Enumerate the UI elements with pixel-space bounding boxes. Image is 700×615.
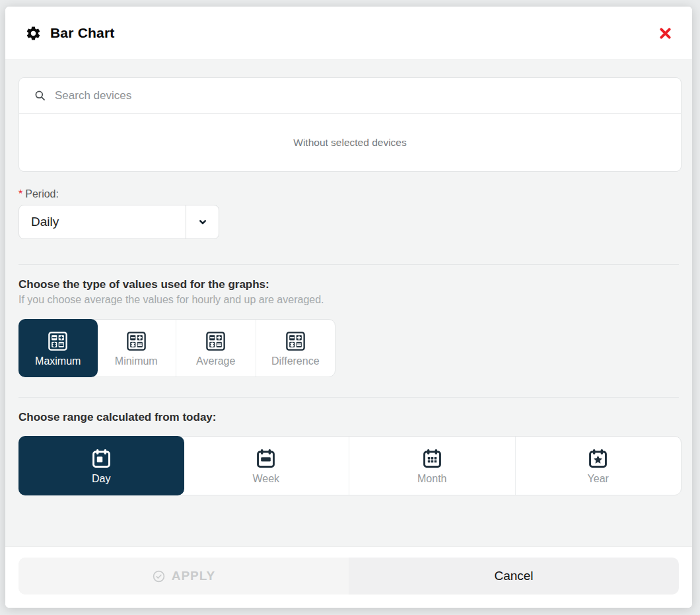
range-label: Year [588,473,609,485]
value-type-group: Maximum Minimum Average [18,319,335,377]
calculator-icon [125,330,148,353]
devices-empty-state: Without selected devices [19,114,681,171]
apply-label: APPLY [172,569,216,583]
close-button[interactable] [655,23,675,43]
section-divider [18,264,679,265]
calendar-week-icon [254,447,277,470]
dialog-header: Bar Chart [5,7,692,60]
section-divider [18,397,679,398]
cancel-button[interactable]: Cancel [349,558,679,595]
close-icon [658,26,672,40]
period-select[interactable]: Daily [18,205,219,239]
range-group: Day Week Month [18,436,682,495]
value-type-maximum-button[interactable]: Maximum [18,319,98,377]
calendar-year-icon [586,447,610,470]
value-type-label: Maximum [35,355,81,367]
period-selected-value: Daily [19,205,186,238]
range-label: Week [252,473,279,485]
period-caret-box[interactable] [186,205,219,238]
range-heading: Choose range calculated from today: [18,411,679,424]
range-label: Month [417,473,446,485]
range-label: Day [92,473,110,485]
required-asterisk: * [18,188,22,199]
calculator-icon [284,330,307,353]
apply-button[interactable]: APPLY [18,558,349,595]
calculator-icon [46,330,69,353]
value-type-heading: Choose the type of values used for the g… [18,278,679,291]
dialog-footer: APPLY Cancel [5,546,692,608]
dialog-body: Without selected devices *Period: Daily … [5,60,692,546]
device-search-row [19,78,681,114]
bar-chart-dialog: Bar Chart Without selected devices *Peri… [5,7,692,608]
chevron-down-icon [196,215,209,229]
value-type-minimum-button[interactable]: Minimum [97,320,176,377]
calendar-day-icon [90,447,113,470]
value-type-label: Average [196,355,235,367]
range-month-button[interactable]: Month [349,437,515,495]
period-label-text: Period: [25,188,59,199]
period-label: *Period: [18,188,679,200]
value-type-label: Minimum [115,355,158,367]
check-circle-icon [152,569,166,583]
search-devices-input[interactable] [55,89,666,102]
range-day-button[interactable]: Day [18,436,184,495]
value-type-average-button[interactable]: Average [176,320,256,377]
dialog-title: Bar Chart [50,25,115,41]
search-icon [34,89,46,102]
gear-icon [25,25,42,42]
device-picker: Without selected devices [18,77,682,172]
range-week-button[interactable]: Week [184,437,349,495]
range-year-button[interactable]: Year [515,437,682,495]
value-type-subheading: If you choose average the values for hou… [18,294,679,306]
value-type-label: Difference [271,355,320,367]
calendar-month-icon [421,447,444,470]
calculator-icon [204,330,227,353]
value-type-difference-button[interactable]: Difference [256,320,335,377]
